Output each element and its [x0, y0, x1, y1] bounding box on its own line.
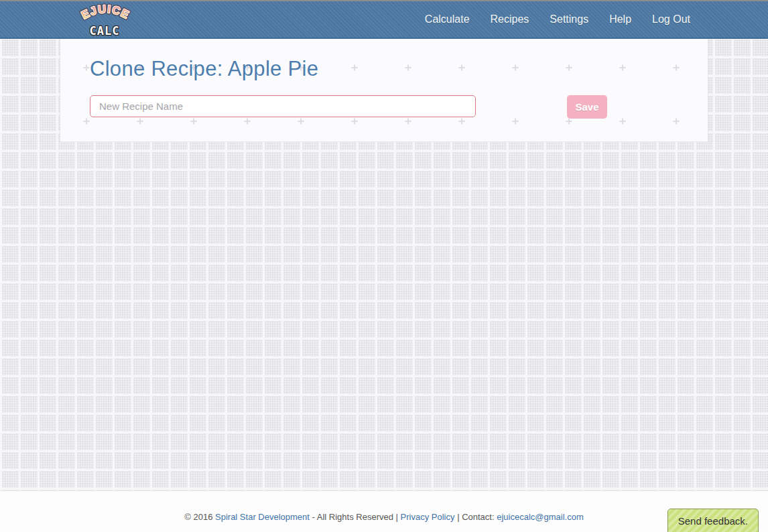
nav-calculate[interactable]: Calculate — [425, 13, 470, 25]
send-feedback-button[interactable]: Send feedback. — [667, 509, 759, 532]
privacy-policy-link[interactable]: Privacy Policy — [401, 512, 455, 522]
window-top-edge — [0, 0, 768, 1]
page-footer: © 2016 Spiral Star Development - All Rig… — [0, 490, 768, 532]
copyright-text: © 2016 — [184, 512, 212, 522]
company-link[interactable]: Spiral Star Development — [215, 512, 310, 522]
contact-email-link[interactable]: ejuicecalc@gmail.com — [497, 512, 584, 522]
new-recipe-name-input[interactable] — [90, 95, 476, 117]
clone-recipe-form: Save — [90, 95, 708, 119]
nav-recipes[interactable]: Recipes — [491, 13, 529, 25]
ejuice-calc-logo[interactable]: EJUICE EJUICE CALC CALC — [74, 3, 137, 38]
footer-separator: | — [396, 512, 398, 522]
logo-calc-text: CALC — [90, 24, 120, 38]
app-header: EJUICE EJUICE CALC CALC Calculate Recipe… — [0, 1, 768, 39]
save-button[interactable]: Save — [567, 95, 607, 119]
rights-text: - All Rights Reserved — [312, 512, 393, 522]
contact-label: Contact: — [462, 512, 494, 522]
nav-settings[interactable]: Settings — [550, 13, 588, 25]
footer-separator: | — [457, 512, 459, 522]
clone-recipe-panel: Clone Recipe: Apple Pie Save — [60, 39, 708, 142]
page-title: Clone Recipe: Apple Pie — [90, 57, 708, 81]
logo-arc-text: EJUICE — [79, 3, 131, 21]
ejuice-calc-logo-graphic: EJUICE EJUICE CALC CALC — [74, 3, 137, 38]
svg-text:EJUICE: EJUICE — [79, 3, 131, 21]
main-nav: Calculate Recipes Settings Help Log Out — [404, 13, 690, 25]
header-inner: EJUICE EJUICE CALC CALC Calculate Recipe… — [59, 1, 709, 38]
nav-help[interactable]: Help — [609, 13, 631, 25]
nav-logout[interactable]: Log Out — [652, 13, 690, 25]
